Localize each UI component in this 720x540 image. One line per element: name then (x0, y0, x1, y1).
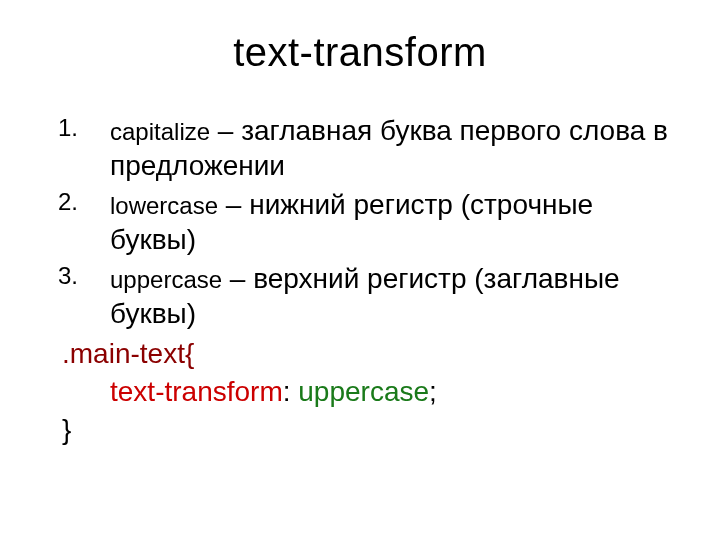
term: lowercase (110, 192, 218, 219)
list-item: capitalize – заглавная буква первого сло… (40, 113, 680, 183)
list-item: lowercase – нижний регистр (строчные бук… (40, 187, 680, 257)
code-selector-line: .main-text{ (40, 335, 680, 373)
css-colon: : (283, 376, 299, 407)
term: capitalize (110, 118, 210, 145)
code-example: .main-text{ text-transform: uppercase; } (40, 335, 680, 448)
css-property: text-transform (110, 376, 283, 407)
slide-title: text-transform (40, 30, 680, 75)
code-declaration-line: text-transform: uppercase; (40, 373, 680, 411)
term: uppercase (110, 266, 222, 293)
definition-list: capitalize – заглавная буква первого сло… (40, 113, 680, 331)
css-semicolon: ; (429, 376, 437, 407)
list-item: uppercase – верхний регистр (заглавные б… (40, 261, 680, 331)
css-value: uppercase (298, 376, 429, 407)
code-close-line: } (40, 411, 680, 449)
